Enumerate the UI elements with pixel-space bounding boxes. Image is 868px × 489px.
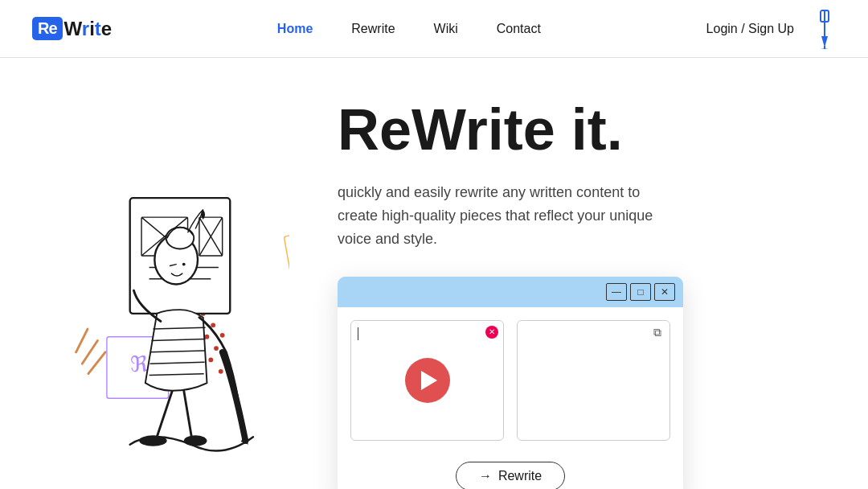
svg-point-20 bbox=[208, 358, 213, 363]
hero-content: ReWrite it. quickly and easily rewrite a… bbox=[289, 90, 804, 489]
svg-point-4 bbox=[821, 47, 828, 49]
app-window: — □ ✕ ✕ ⧉ → bbox=[338, 277, 683, 489]
text-cursor bbox=[358, 327, 358, 340]
rewrite-button-label: Rewrite bbox=[498, 469, 542, 483]
svg-point-18 bbox=[214, 346, 219, 351]
svg-text:ℜ: ℜ bbox=[130, 352, 148, 376]
svg-line-11 bbox=[76, 329, 88, 352]
svg-line-32 bbox=[184, 391, 192, 438]
pen-icon bbox=[813, 9, 836, 49]
svg-point-21 bbox=[219, 369, 223, 374]
svg-point-34 bbox=[184, 435, 207, 446]
svg-line-13 bbox=[88, 352, 105, 374]
logo[interactable]: Re Write bbox=[32, 17, 112, 40]
rewrite-arrow-icon: → bbox=[479, 469, 492, 483]
nav-link-home[interactable]: Home bbox=[277, 22, 313, 35]
hero-illustration: ℜ bbox=[32, 90, 289, 460]
window-body: ✕ ⧉ bbox=[338, 307, 683, 454]
nav-item-home[interactable]: Home bbox=[277, 22, 313, 36]
panel-copy-icon[interactable]: ⧉ bbox=[650, 326, 665, 340]
logo-write: Write bbox=[64, 18, 113, 40]
rewrite-button[interactable]: → Rewrite bbox=[456, 462, 565, 489]
hero-title: ReWrite it. bbox=[338, 98, 804, 162]
nav-right: Login / Sign Up bbox=[706, 9, 836, 49]
play-button[interactable] bbox=[405, 358, 450, 403]
svg-rect-7 bbox=[284, 228, 289, 297]
login-button[interactable]: Login / Sign Up bbox=[706, 22, 794, 36]
svg-line-31 bbox=[157, 391, 172, 438]
svg-point-16 bbox=[220, 333, 225, 338]
main-content: ℜ bbox=[0, 58, 868, 489]
window-close-button[interactable]: ✕ bbox=[654, 283, 675, 301]
window-titlebar: — □ ✕ bbox=[338, 277, 683, 307]
svg-marker-1 bbox=[821, 36, 828, 47]
input-text-panel[interactable]: ✕ bbox=[350, 320, 504, 441]
output-text-panel[interactable]: ⧉ bbox=[517, 320, 670, 441]
svg-point-17 bbox=[205, 335, 210, 339]
nav-link-contact[interactable]: Contact bbox=[497, 22, 541, 35]
window-maximize-button[interactable]: □ bbox=[630, 283, 651, 301]
nav-links: Home Rewrite Wiki Contact bbox=[277, 22, 541, 36]
svg-point-15 bbox=[211, 323, 215, 327]
nav-link-wiki[interactable]: Wiki bbox=[434, 22, 458, 35]
hero-description: quickly and easily rewrite any written c… bbox=[338, 181, 675, 250]
svg-line-12 bbox=[82, 340, 97, 364]
logo-re: Re bbox=[32, 17, 63, 40]
nav-item-contact[interactable]: Contact bbox=[497, 22, 541, 36]
panel-close-icon[interactable]: ✕ bbox=[485, 326, 498, 339]
window-footer: → Rewrite bbox=[338, 454, 683, 489]
navbar: Re Write Home Rewrite Wiki Contact Login… bbox=[0, 0, 868, 58]
nav-item-wiki[interactable]: Wiki bbox=[434, 22, 458, 36]
window-minimize-button[interactable]: — bbox=[606, 283, 627, 301]
svg-point-44 bbox=[182, 263, 186, 266]
nav-item-rewrite[interactable]: Rewrite bbox=[351, 22, 395, 36]
nav-link-rewrite[interactable]: Rewrite bbox=[351, 22, 395, 35]
